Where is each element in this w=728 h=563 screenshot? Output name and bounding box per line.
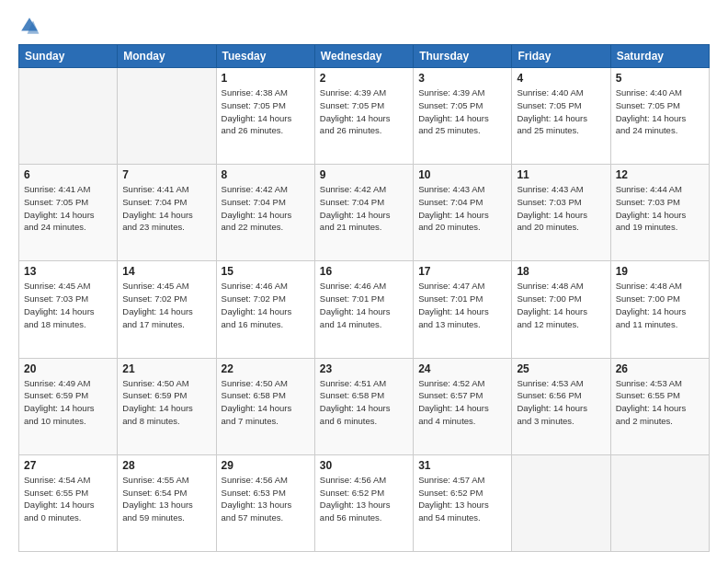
day-info: Sunrise: 4:50 AMSunset: 6:59 PMDaylight:…: [122, 377, 210, 428]
calendar-cell: 2Sunrise: 4:39 AMSunset: 7:05 PMDaylight…: [314, 68, 413, 165]
calendar-cell: 26Sunrise: 4:53 AMSunset: 6:55 PMDayligh…: [610, 358, 709, 454]
day-info: Sunrise: 4:53 AMSunset: 6:56 PMDaylight:…: [517, 377, 605, 428]
day-info: Sunrise: 4:43 AMSunset: 7:04 PMDaylight:…: [418, 183, 506, 234]
day-number: 2: [320, 72, 408, 85]
calendar-cell: 8Sunrise: 4:42 AMSunset: 7:04 PMDaylight…: [216, 165, 314, 261]
calendar-cell: 13Sunrise: 4:45 AMSunset: 7:03 PMDayligh…: [19, 261, 118, 358]
day-number: 14: [122, 265, 210, 278]
day-info: Sunrise: 4:44 AMSunset: 7:03 PMDaylight:…: [616, 183, 704, 234]
day-number: 24: [418, 362, 506, 375]
calendar-header-tuesday: Tuesday: [216, 45, 314, 68]
day-number: 25: [517, 362, 605, 375]
calendar-cell: [19, 68, 118, 165]
day-number: 7: [122, 168, 210, 181]
day-number: 18: [517, 265, 605, 278]
calendar-cell: 21Sunrise: 4:50 AMSunset: 6:59 PMDayligh…: [118, 358, 216, 454]
calendar-cell: 27Sunrise: 4:54 AMSunset: 6:55 PMDayligh…: [19, 454, 118, 551]
day-number: 21: [122, 362, 210, 375]
day-number: 19: [616, 265, 704, 278]
day-number: 13: [24, 265, 112, 278]
calendar-cell: 24Sunrise: 4:52 AMSunset: 6:57 PMDayligh…: [414, 358, 512, 454]
day-number: 11: [517, 168, 605, 181]
day-info: Sunrise: 4:39 AMSunset: 7:05 PMDaylight:…: [320, 86, 408, 137]
calendar-week-row: 1Sunrise: 4:38 AMSunset: 7:05 PMDaylight…: [19, 68, 710, 165]
calendar-cell: [512, 454, 610, 551]
calendar-week-row: 6Sunrise: 4:41 AMSunset: 7:05 PMDaylight…: [19, 165, 710, 261]
calendar-table: SundayMondayTuesdayWednesdayThursdayFrid…: [18, 44, 710, 552]
day-number: 17: [418, 265, 506, 278]
logo: [18, 15, 44, 37]
calendar-cell: 23Sunrise: 4:51 AMSunset: 6:58 PMDayligh…: [314, 358, 413, 454]
calendar-header-thursday: Thursday: [414, 45, 512, 68]
calendar-cell: 20Sunrise: 4:49 AMSunset: 6:59 PMDayligh…: [19, 358, 118, 454]
day-info: Sunrise: 4:56 AMSunset: 6:53 PMDaylight:…: [222, 474, 310, 524]
day-number: 12: [616, 168, 704, 181]
calendar-header-saturday: Saturday: [610, 45, 709, 68]
calendar-cell: 31Sunrise: 4:57 AMSunset: 6:52 PMDayligh…: [414, 454, 512, 551]
day-info: Sunrise: 4:42 AMSunset: 7:04 PMDaylight:…: [222, 183, 310, 234]
day-info: Sunrise: 4:41 AMSunset: 7:04 PMDaylight:…: [122, 183, 210, 234]
calendar-cell: 6Sunrise: 4:41 AMSunset: 7:05 PMDaylight…: [19, 165, 118, 261]
calendar-cell: 22Sunrise: 4:50 AMSunset: 6:58 PMDayligh…: [216, 358, 314, 454]
calendar-cell: 9Sunrise: 4:42 AMSunset: 7:04 PMDaylight…: [314, 165, 413, 261]
day-number: 3: [418, 72, 506, 85]
day-number: 8: [222, 168, 310, 181]
calendar-cell: 18Sunrise: 4:48 AMSunset: 7:00 PMDayligh…: [512, 261, 610, 358]
calendar-cell: 14Sunrise: 4:45 AMSunset: 7:02 PMDayligh…: [118, 261, 216, 358]
calendar-week-row: 20Sunrise: 4:49 AMSunset: 6:59 PMDayligh…: [19, 358, 710, 454]
day-info: Sunrise: 4:40 AMSunset: 7:05 PMDaylight:…: [616, 86, 704, 137]
day-info: Sunrise: 4:40 AMSunset: 7:05 PMDaylight:…: [517, 86, 605, 137]
calendar-header-friday: Friday: [512, 45, 610, 68]
day-info: Sunrise: 4:52 AMSunset: 6:57 PMDaylight:…: [418, 377, 506, 428]
day-number: 6: [24, 168, 112, 181]
day-number: 31: [418, 459, 506, 472]
logo-icon: [18, 15, 40, 37]
calendar-cell: 11Sunrise: 4:43 AMSunset: 7:03 PMDayligh…: [512, 165, 610, 261]
day-number: 23: [320, 362, 408, 375]
calendar-cell: 12Sunrise: 4:44 AMSunset: 7:03 PMDayligh…: [610, 165, 709, 261]
calendar-header-wednesday: Wednesday: [314, 45, 413, 68]
day-info: Sunrise: 4:48 AMSunset: 7:00 PMDaylight:…: [517, 280, 605, 330]
calendar-cell: 17Sunrise: 4:47 AMSunset: 7:01 PMDayligh…: [414, 261, 512, 358]
day-info: Sunrise: 4:50 AMSunset: 6:58 PMDaylight:…: [222, 377, 310, 428]
day-info: Sunrise: 4:41 AMSunset: 7:05 PMDaylight:…: [24, 183, 112, 234]
day-number: 10: [418, 168, 506, 181]
day-number: 27: [24, 459, 112, 472]
calendar-cell: 25Sunrise: 4:53 AMSunset: 6:56 PMDayligh…: [512, 358, 610, 454]
calendar-cell: 3Sunrise: 4:39 AMSunset: 7:05 PMDaylight…: [414, 68, 512, 165]
day-info: Sunrise: 4:45 AMSunset: 7:02 PMDaylight:…: [122, 280, 210, 330]
day-info: Sunrise: 4:46 AMSunset: 7:01 PMDaylight:…: [320, 280, 408, 330]
day-info: Sunrise: 4:56 AMSunset: 6:52 PMDaylight:…: [320, 474, 408, 524]
day-number: 4: [517, 72, 605, 85]
day-number: 15: [222, 265, 310, 278]
day-info: Sunrise: 4:51 AMSunset: 6:58 PMDaylight:…: [320, 377, 408, 428]
day-number: 5: [616, 72, 704, 85]
calendar-cell: 28Sunrise: 4:55 AMSunset: 6:54 PMDayligh…: [118, 454, 216, 551]
calendar-week-row: 27Sunrise: 4:54 AMSunset: 6:55 PMDayligh…: [19, 454, 710, 551]
day-number: 29: [222, 459, 310, 472]
day-number: 9: [320, 168, 408, 181]
calendar-cell: 4Sunrise: 4:40 AMSunset: 7:05 PMDaylight…: [512, 68, 610, 165]
calendar-cell: 1Sunrise: 4:38 AMSunset: 7:05 PMDaylight…: [216, 68, 314, 165]
day-info: Sunrise: 4:39 AMSunset: 7:05 PMDaylight:…: [418, 86, 506, 137]
day-number: 20: [24, 362, 112, 375]
day-info: Sunrise: 4:48 AMSunset: 7:00 PMDaylight:…: [616, 280, 704, 330]
day-info: Sunrise: 4:38 AMSunset: 7:05 PMDaylight:…: [222, 86, 310, 137]
day-info: Sunrise: 4:42 AMSunset: 7:04 PMDaylight:…: [320, 183, 408, 234]
day-info: Sunrise: 4:45 AMSunset: 7:03 PMDaylight:…: [24, 280, 112, 330]
calendar-cell: [610, 454, 709, 551]
day-info: Sunrise: 4:54 AMSunset: 6:55 PMDaylight:…: [24, 474, 112, 524]
day-number: 26: [616, 362, 704, 375]
page: SundayMondayTuesdayWednesdayThursdayFrid…: [0, 0, 728, 563]
day-info: Sunrise: 4:57 AMSunset: 6:52 PMDaylight:…: [418, 474, 506, 524]
day-info: Sunrise: 4:49 AMSunset: 6:59 PMDaylight:…: [24, 377, 112, 428]
day-info: Sunrise: 4:47 AMSunset: 7:01 PMDaylight:…: [418, 280, 506, 330]
calendar-cell: 16Sunrise: 4:46 AMSunset: 7:01 PMDayligh…: [314, 261, 413, 358]
day-info: Sunrise: 4:46 AMSunset: 7:02 PMDaylight:…: [222, 280, 310, 330]
calendar-header-row: SundayMondayTuesdayWednesdayThursdayFrid…: [19, 45, 710, 68]
day-info: Sunrise: 4:53 AMSunset: 6:55 PMDaylight:…: [616, 377, 704, 428]
day-number: 22: [222, 362, 310, 375]
calendar-cell: 7Sunrise: 4:41 AMSunset: 7:04 PMDaylight…: [118, 165, 216, 261]
calendar-cell: 5Sunrise: 4:40 AMSunset: 7:05 PMDaylight…: [610, 68, 709, 165]
day-number: 30: [320, 459, 408, 472]
